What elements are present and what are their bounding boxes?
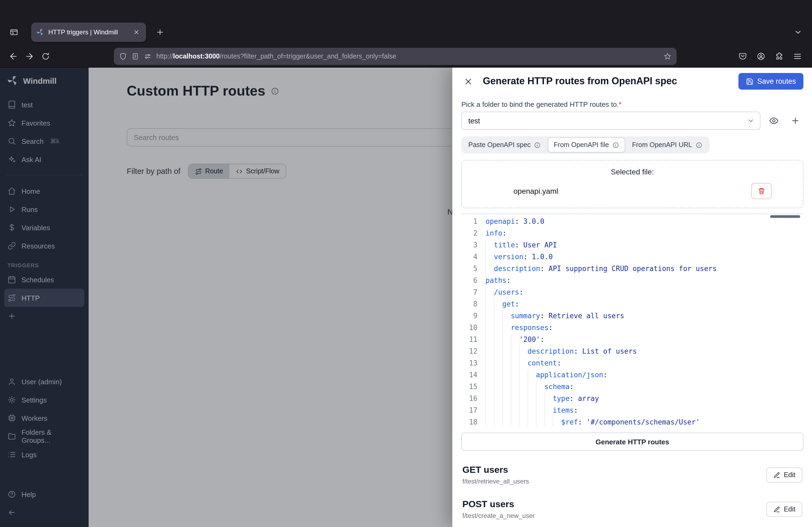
extensions-icon[interactable] <box>771 48 787 64</box>
code-line[interactable]: 3title: User API <box>461 240 803 252</box>
folder-label: Pick a folder to bind the generated HTTP… <box>461 101 803 109</box>
route-item: GET users f/test/retrieve_all_users Edit <box>461 458 803 493</box>
line-number: 7 <box>461 287 477 299</box>
code-line[interactable]: 15schema: <box>461 381 803 393</box>
back-icon[interactable] <box>5 48 21 64</box>
code-line[interactable]: 8get: <box>461 299 803 311</box>
account-icon[interactable] <box>753 48 769 64</box>
save-routes-button[interactable]: Save routes <box>738 73 803 90</box>
tracking-shield-icon[interactable] <box>119 52 127 60</box>
route-path: f/test/create_a_new_user <box>462 512 535 520</box>
edit-route-button[interactable]: Edit <box>767 502 802 517</box>
code-line[interactable]: 2info: <box>461 228 803 240</box>
line-number: 4 <box>461 252 477 263</box>
code-line[interactable]: 9summary: Retrieve all users <box>461 311 803 322</box>
chevron-down-icon <box>747 117 755 125</box>
code-line[interactable]: 12description: List of users <box>461 346 803 358</box>
folder-select[interactable]: test <box>461 112 760 130</box>
navbar-actions <box>735 48 807 64</box>
page: Windmill test Favorites Search ⌘k <box>0 67 812 527</box>
line-number: 6 <box>461 275 477 287</box>
tab-close-icon[interactable] <box>131 27 142 37</box>
line-number: 16 <box>461 393 477 405</box>
remove-file-button[interactable] <box>751 183 772 199</box>
code-line[interactable]: 7/users: <box>461 287 803 299</box>
line-number: 18 <box>461 417 477 426</box>
permissions-toggle-icon[interactable] <box>144 52 151 60</box>
windmill-favicon <box>37 28 44 36</box>
editor-scrollbar-thumb[interactable] <box>770 215 800 218</box>
edit-label: Edit <box>784 471 795 479</box>
code-line[interactable]: 18$ref: '#/components/schemas/User' <box>461 417 803 426</box>
browser-tabstrip: HTTP triggers | Windmill <box>0 0 812 45</box>
code-line[interactable]: 4version: 1.0.0 <box>461 252 803 263</box>
code-line[interactable]: 16type: array <box>461 393 803 405</box>
code-line[interactable]: 10responses: <box>461 322 803 334</box>
new-tab-button[interactable] <box>151 24 169 41</box>
line-number: 17 <box>461 405 477 417</box>
tab-title: HTTP triggers | Windmill <box>48 28 127 36</box>
info-icon <box>534 142 541 149</box>
code-editor[interactable]: 1openapi: 3.0.02info:3title: User API4ve… <box>461 214 803 426</box>
edit-label: Edit <box>784 506 795 513</box>
code-lines: 1openapi: 3.0.02info:3title: User API4ve… <box>461 216 803 426</box>
edit-route-button[interactable]: Edit <box>767 467 802 482</box>
menu-icon[interactable] <box>789 48 806 64</box>
add-folder-button[interactable] <box>787 113 803 129</box>
selected-file-name: openapi.yaml <box>513 187 558 196</box>
save-icon <box>746 77 753 85</box>
url-bar[interactable]: http://localhost:3000/routes?filter_path… <box>114 47 677 65</box>
line-number: 14 <box>461 370 477 381</box>
generate-routes-button[interactable]: Generate HTTP routes <box>461 433 803 451</box>
tab-paste-label: Paste OpenAPI spec <box>468 141 531 149</box>
tab-paste-spec[interactable]: Paste OpenAPI spec <box>462 138 547 153</box>
browser-tab[interactable]: HTTP triggers | Windmill <box>31 22 146 42</box>
tab-url-label: From OpenAPI URL <box>632 141 692 149</box>
list-all-tabs-icon[interactable] <box>789 24 807 41</box>
pocket-icon[interactable] <box>735 48 751 64</box>
code-line[interactable]: 6paths: <box>461 275 803 287</box>
info-icon <box>612 142 619 149</box>
info-icon <box>695 142 702 149</box>
line-number: 8 <box>461 299 477 311</box>
code-line[interactable]: 1openapi: 3.0.0 <box>461 216 803 228</box>
preview-folder-button[interactable] <box>766 113 782 129</box>
code-line[interactable]: 13content: <box>461 358 803 370</box>
tab-from-url[interactable]: From OpenAPI URL <box>626 138 708 153</box>
forward-icon[interactable] <box>21 48 38 64</box>
openapi-drawer: Generate HTTP routes from OpenAPI spec S… <box>452 67 812 527</box>
code-line[interactable]: 5description: API supporting CRUD operat… <box>461 263 803 275</box>
firefox-view-icon[interactable] <box>5 24 23 41</box>
tab-from-file[interactable]: From OpenAPI file <box>548 138 625 153</box>
drawer-backdrop[interactable] <box>0 67 452 527</box>
code-line[interactable]: 14application/json: <box>461 370 803 381</box>
route-item: POST users f/test/create_a_new_user Edit <box>461 493 803 527</box>
url-text[interactable]: http://localhost:3000/routes?filter_path… <box>156 52 659 60</box>
drawer-title: Generate HTTP routes from OpenAPI spec <box>483 76 677 87</box>
code-line[interactable]: 11'200': <box>461 334 803 346</box>
line-number: 10 <box>461 322 477 334</box>
generated-routes-list: GET users f/test/retrieve_all_users Edit… <box>461 458 803 527</box>
spec-source-tabs: Paste OpenAPI spec From OpenAPI file Fro… <box>461 137 709 154</box>
line-number: 3 <box>461 240 477 252</box>
pencil-icon <box>773 506 781 513</box>
line-number: 11 <box>461 334 477 346</box>
folder-select-value: test <box>468 117 747 125</box>
selected-file-box: Selected file: openapi.yaml <box>461 160 803 209</box>
close-icon[interactable] <box>461 74 475 88</box>
bookmark-star-icon[interactable] <box>664 52 671 60</box>
plus-icon <box>791 116 800 126</box>
tab-file-label: From OpenAPI file <box>554 141 609 149</box>
line-number: 13 <box>461 358 477 370</box>
site-info-icon[interactable] <box>132 52 139 60</box>
screen: HTTP triggers | Windmill http://localhos… <box>0 0 812 527</box>
save-routes-label: Save routes <box>757 77 796 85</box>
reload-icon[interactable] <box>38 48 54 64</box>
code-line[interactable]: 17items: <box>461 405 803 417</box>
trash-icon <box>758 187 765 195</box>
required-asterisk: * <box>619 101 621 109</box>
line-number: 2 <box>461 228 477 240</box>
line-number: 12 <box>461 346 477 358</box>
line-number: 1 <box>461 216 477 228</box>
drawer-header: Generate HTTP routes from OpenAPI spec S… <box>461 67 803 95</box>
